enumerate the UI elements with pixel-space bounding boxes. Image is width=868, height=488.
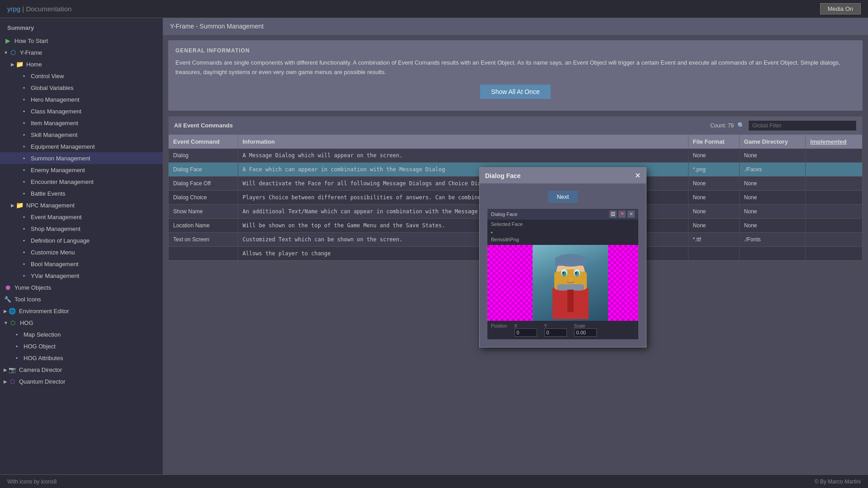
sidebar-item-enemy-management[interactable]: ▪ Enemy Management: [0, 164, 163, 176]
dialog-face-popup-header: Dialog Face ✕: [480, 168, 646, 183]
sidebar-item-yvar-management[interactable]: ▪ YVar Management: [0, 270, 163, 282]
media-on-button[interactable]: Media On: [820, 3, 861, 14]
general-info-title: GENERAL INFORMATION: [175, 47, 855, 54]
sidebar-item-label: Camera Director: [19, 366, 62, 373]
sidebar-item-skill-management[interactable]: ▪ Skill Management: [0, 129, 163, 141]
sidebar-item-bool-management[interactable]: ▪ Bool Management: [0, 258, 163, 270]
sidebar-item-map-selection[interactable]: ▪ Map Selection: [0, 328, 163, 340]
sidebar-item-camera-director[interactable]: ▶ 📷 Camera Director: [0, 364, 163, 375]
table-cell-impl: [806, 149, 862, 163]
table-cell-impl: [806, 162, 862, 176]
sidebar-item-tool-icons[interactable]: 🔧 Tool Icons: [0, 293, 163, 305]
col-game-directory: Game Directory: [739, 135, 805, 149]
main-layout: Summary ▶ How To Start ▼ ⬡ Y-Frame ▶ 📁 H…: [0, 18, 868, 474]
sidebar-item-home[interactable]: ▶ 📁 Home: [0, 58, 163, 70]
sidebar-item-summon-management[interactable]: ▪ Summon Management: [0, 152, 163, 164]
topbar-logo: yrpg | Documentation: [7, 5, 71, 13]
expand-icon: ▶: [11, 62, 14, 67]
inner-icon-1[interactable]: 🖼: [609, 211, 617, 218]
doc-icon: ▪: [20, 248, 28, 256]
position-section: Position: [491, 324, 507, 337]
global-filter-input[interactable]: [748, 120, 857, 131]
sidebar-header: Summary: [0, 22, 163, 35]
sidebar-item-label: HOG Object: [24, 343, 56, 350]
logo-text: Documentation: [26, 5, 71, 13]
sidebar-item-label: Skill Management: [31, 131, 77, 138]
sidebar-item-y-frame[interactable]: ▼ ⬡ Y-Frame: [0, 47, 163, 58]
svg-point-14: [569, 277, 572, 279]
sidebar-item-quantum-director[interactable]: ▶ ⬡ Quantum Director: [0, 375, 163, 387]
table-cell-format: None: [688, 218, 739, 232]
sidebar-item-global-variables[interactable]: ▪ Global Variables: [0, 82, 163, 94]
sidebar-item-label: Battle Events: [31, 190, 66, 197]
position-label: Position: [491, 324, 507, 328]
table-cell-impl: [806, 218, 862, 232]
sidebar-item-event-management[interactable]: ▪ Event Management: [0, 211, 163, 223]
table-cell-command: Dialog Choice: [169, 190, 238, 204]
doc-icon: ▪: [20, 272, 28, 280]
sidebar-item-class-management[interactable]: ▪ Class Management: [0, 105, 163, 117]
sidebar-item-shop-management[interactable]: ▪ Shop Management: [0, 223, 163, 235]
doc-icon: ▪: [20, 119, 28, 127]
inner-dialog-image-area: [487, 245, 638, 321]
table-header-row: Event Command Information File Format Ga…: [169, 135, 862, 149]
sidebar-item-hog-object[interactable]: ▪ HOG Object: [0, 340, 163, 352]
logo-brand: yrpg: [7, 5, 20, 13]
inner-dialog-header: Dialog Face 🖼 ⚑ ✕: [487, 209, 638, 220]
bottombar: With icons by icons8 © By Marco Martini: [0, 474, 868, 488]
show-all-button[interactable]: Show All At Once: [480, 84, 550, 99]
sidebar-item-label: Summon Management: [31, 155, 90, 162]
sidebar-item-how-to-start[interactable]: ▶ How To Start: [0, 35, 163, 47]
sidebar-item-battle-events[interactable]: ▪ Battle Events: [0, 188, 163, 199]
sidebar-item-label: Class Management: [31, 108, 81, 115]
table-cell-command: Show Name: [169, 204, 238, 218]
y-input[interactable]: [544, 328, 567, 337]
table-cell-dir: None: [739, 149, 805, 163]
doc-icon: ▪: [13, 330, 21, 338]
sidebar-item-item-management[interactable]: ▪ Item Management: [0, 117, 163, 129]
sidebar-item-customize-menu[interactable]: ▪ Customize Menu: [0, 246, 163, 258]
sidebar-item-encounter-management[interactable]: ▪ Encounter Management: [0, 176, 163, 188]
sidebar-item-label: Enemy Management: [31, 167, 85, 174]
table-cell-dir: None: [739, 190, 805, 204]
scale-input[interactable]: [574, 328, 597, 337]
table-cell-dir: [739, 246, 805, 260]
col-event-command: Event Command: [169, 135, 238, 149]
character-svg: [543, 247, 598, 319]
doc-icon: ▪: [20, 84, 28, 92]
dialog-face-popup-title: Dialog Face: [485, 172, 521, 179]
table-cell-dir: ./Faces: [739, 162, 805, 176]
dialog-face-next-button[interactable]: Next: [548, 191, 578, 203]
sidebar-item-label: Event Management: [31, 214, 82, 221]
sidebar-item-yume-objects[interactable]: ⬟ Yume Objects: [0, 282, 163, 293]
cam-icon: 📷: [8, 366, 16, 374]
sidebar-item-npc-management[interactable]: ▶ 📁 NPC Management: [0, 199, 163, 211]
close-inner-icon[interactable]: ✕: [627, 211, 635, 218]
sidebar-item-hero-management[interactable]: ▪ Hero Management: [0, 94, 163, 105]
search-icon: 🔍: [737, 122, 745, 129]
sidebar-item-environment-editor[interactable]: ▶ 🌐 Environment Editor: [0, 305, 163, 317]
col-information: Information: [238, 135, 688, 149]
sidebar-item-label: Yume Objects: [14, 284, 51, 291]
table-cell-dir: None: [739, 176, 805, 190]
dialog-face-close-button[interactable]: ✕: [635, 171, 641, 180]
sidebar-item-definition-of-language[interactable]: ▪ Definition of Language: [0, 235, 163, 246]
table-filter-area: Count: 79 🔍: [710, 120, 857, 131]
sidebar-item-hog[interactable]: ▼ ⬡ HOG: [0, 317, 163, 328]
env-icon: 🌐: [8, 307, 16, 315]
table-cell-command: Location Name: [169, 218, 238, 232]
sidebar-item-label: Equipment Management: [31, 143, 95, 150]
x-label: X: [514, 324, 537, 328]
x-input[interactable]: [514, 328, 537, 337]
bottombar-left-text: With icons by icons8: [7, 479, 57, 485]
sidebar-item-label: Bool Management: [31, 261, 79, 267]
sidebar-item-control-view[interactable]: ▪ Control View: [0, 70, 163, 82]
doc-icon: ▪: [13, 354, 21, 362]
sidebar-item-hog-attributes[interactable]: ▪ HOG Attributes: [0, 352, 163, 364]
sidebar-item-label: Customize Menu: [31, 249, 75, 256]
y-field: Y: [544, 324, 567, 337]
yframe-icon: ⬡: [9, 48, 17, 56]
scale-label: Scale: [574, 324, 597, 328]
sidebar-item-equipment-management[interactable]: ▪ Equipment Management: [0, 141, 163, 152]
inner-icon-2[interactable]: ⚑: [618, 211, 626, 218]
